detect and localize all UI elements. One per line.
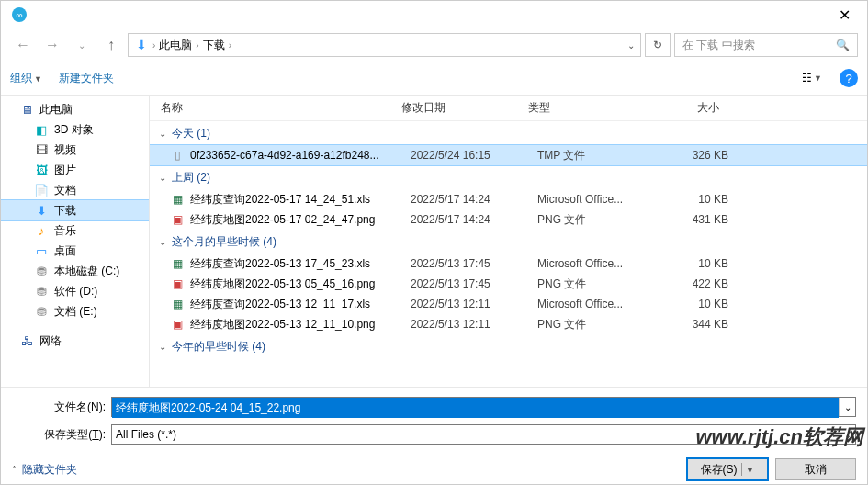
file-row[interactable]: ▦经纬度查询2022-05-13 12_11_17.xls2022/5/13 1… — [150, 294, 867, 314]
video-icon: 🎞 — [34, 142, 49, 157]
file-type: Microsoft Office... — [537, 257, 664, 270]
sidebar-item-label: 视频 — [54, 142, 76, 158]
chevron-down-icon: ⌄ — [159, 129, 166, 139]
sidebar-item-pc[interactable]: 🖥此电脑 — [1, 99, 149, 119]
col-size[interactable]: 大小 — [655, 100, 738, 116]
file-row[interactable]: ▯0f233652-c67a-4d92-a169-a12fb248...2022… — [150, 145, 867, 165]
group-header[interactable]: ⌄今年的早些时候 (4) — [150, 334, 867, 358]
file-type: PNG 文件 — [537, 276, 664, 292]
diskd-icon: ⛃ — [34, 284, 49, 299]
chevron-down-icon: ▼ — [746, 465, 755, 475]
toolbar: 组织▼ 新建文件夹 ☷ ▼ ? — [1, 62, 867, 95]
chevron-down-icon: ▼ — [814, 73, 822, 83]
close-button[interactable]: ✕ — [829, 3, 860, 28]
savetype-select[interactable]: All Files (*.*) ⌄ — [111, 424, 856, 445]
file-row[interactable]: ▣经纬度地图2022-05-17 02_24_47.png2022/5/17 1… — [150, 209, 867, 230]
file-row[interactable]: ▣经纬度地图2022-05-13 12_11_10.png2022/5/13 1… — [150, 314, 867, 334]
sidebar-item-label: 本地磁盘 (C:) — [54, 264, 119, 279]
view-mode-button[interactable]: ☷ ▼ — [792, 67, 832, 89]
file-name: 经纬度查询2022-05-13 12_11_17.xls — [190, 297, 411, 312]
sidebar-item-pic[interactable]: 🖼图片 — [1, 160, 149, 180]
sidebar-item-diskc[interactable]: ⛃本地磁盘 (C:) — [1, 261, 149, 281]
search-input[interactable]: 在 下载 中搜索 🔍 — [674, 33, 858, 57]
breadcrumb-root[interactable]: 此电脑 — [159, 38, 192, 53]
xls-file-icon: ▦ — [170, 297, 185, 311]
doc-icon: 📄 — [34, 183, 49, 197]
filename-label: 文件名(N): — [12, 400, 111, 415]
filename-input[interactable] — [112, 398, 839, 418]
chevron-down-icon: ⌄ — [844, 430, 851, 440]
sidebar-item-video[interactable]: 🎞视频 — [1, 140, 149, 160]
refresh-button[interactable]: ↻ — [645, 33, 671, 57]
chevron-down-icon: ⌄ — [159, 342, 166, 352]
savetype-value: All Files (*.*) — [116, 428, 176, 441]
3d-icon: ◧ — [34, 122, 49, 137]
file-name: 经纬度地图2022-05-13 12_11_10.png — [190, 317, 411, 333]
hide-folders-button[interactable]: ˄ 隐藏文件夹 — [12, 462, 77, 478]
file-name: 经纬度查询2022-05-17 14_24_51.xls — [190, 192, 411, 208]
xls-file-icon: ▦ — [170, 192, 185, 207]
address-dropdown-icon[interactable]: ⌄ — [627, 40, 635, 51]
address-bar[interactable]: ⬇ › 此电脑 › 下载 › ⌄ — [128, 33, 641, 57]
recent-dropdown[interactable]: ⌄ — [69, 32, 95, 58]
file-pane[interactable]: 名称 修改日期 类型 大小 ⌄今天 (1)▯0f233652-c67a-4d92… — [150, 96, 867, 387]
app-icon: ∞ — [12, 7, 27, 22]
chevron-up-icon: ˄ — [12, 465, 17, 475]
save-button[interactable]: 保存(S) ▼ — [687, 458, 768, 480]
file-name: 经纬度地图2022-05-13 05_45_16.png — [190, 276, 411, 292]
sidebar-item-net[interactable]: 🖧网络 — [1, 331, 149, 351]
music-icon: ♪ — [34, 223, 49, 238]
diske-icon: ⛃ — [34, 304, 49, 319]
sidebar-item-music[interactable]: ♪音乐 — [1, 220, 149, 241]
file-row[interactable]: ▣经纬度地图2022-05-13 05_45_16.png2022/5/13 1… — [150, 274, 867, 294]
col-name[interactable]: 名称 — [161, 100, 401, 116]
sidebar-item-diskd[interactable]: ⛃软件 (D:) — [1, 281, 149, 301]
cancel-button[interactable]: 取消 — [775, 458, 856, 480]
net-icon: 🖧 — [19, 333, 34, 348]
file-date: 2022/5/24 16:15 — [411, 149, 537, 162]
downloads-folder-icon: ⬇ — [134, 38, 149, 52]
file-date: 2022/5/13 17:45 — [411, 277, 537, 290]
chevron-down-icon: ⌄ — [159, 237, 166, 247]
file-size: 10 KB — [664, 193, 747, 206]
main-area: 🖥此电脑◧3D 对象🎞视频🖼图片📄文档⬇下载♪音乐▭桌面⛃本地磁盘 (C:)⛃软… — [1, 95, 867, 387]
sidebar-item-down[interactable]: ⬇下载 — [1, 200, 149, 220]
file-row[interactable]: ▦经纬度查询2022-05-17 14_24_51.xls2022/5/17 1… — [150, 189, 867, 209]
file-size: 10 KB — [664, 257, 747, 270]
organize-button[interactable]: 组织▼ — [10, 71, 42, 86]
file-date: 2022/5/13 12:11 — [411, 318, 537, 331]
sidebar[interactable]: 🖥此电脑◧3D 对象🎞视频🖼图片📄文档⬇下载♪音乐▭桌面⛃本地磁盘 (C:)⛃软… — [1, 96, 150, 387]
desk-icon: ▭ — [34, 243, 49, 258]
col-type[interactable]: 类型 — [528, 100, 655, 116]
search-icon: 🔍 — [836, 39, 850, 51]
group-header[interactable]: ⌄上周 (2) — [150, 165, 867, 189]
sidebar-item-label: 下载 — [54, 203, 76, 219]
savetype-label: 保存类型(T): — [12, 427, 111, 443]
sidebar-item-3d[interactable]: ◧3D 对象 — [1, 119, 149, 140]
column-headers[interactable]: 名称 修改日期 类型 大小 — [150, 96, 867, 121]
group-title: 今天 (1) — [172, 126, 210, 141]
back-button[interactable]: ← — [10, 32, 36, 58]
newfolder-button[interactable]: 新建文件夹 — [59, 71, 114, 86]
help-button[interactable]: ? — [840, 69, 858, 87]
col-date[interactable]: 修改日期 — [401, 100, 528, 116]
breadcrumb-sep-icon: › — [196, 40, 198, 51]
forward-button[interactable]: → — [39, 32, 65, 58]
group-header[interactable]: ⌄今天 (1) — [150, 121, 867, 145]
sidebar-item-doc[interactable]: 📄文档 — [1, 180, 149, 200]
titlebar: ∞ ✕ — [1, 1, 867, 28]
sidebar-item-label: 软件 (D:) — [54, 284, 97, 299]
file-row[interactable]: ▦经纬度查询2022-05-13 17_45_23.xls2022/5/13 1… — [150, 254, 867, 274]
sidebar-item-label: 音乐 — [54, 223, 76, 239]
pc-icon: 🖥 — [19, 102, 34, 117]
breadcrumb-folder[interactable]: 下载 — [203, 38, 225, 53]
sidebar-item-desk[interactable]: ▭桌面 — [1, 241, 149, 261]
filename-dropdown-icon[interactable]: ⌄ — [839, 398, 855, 416]
up-button[interactable]: ↑ — [98, 32, 124, 58]
sidebar-item-diske[interactable]: ⛃文档 (E:) — [1, 301, 149, 321]
down-icon: ⬇ — [34, 203, 49, 218]
file-type: Microsoft Office... — [537, 193, 664, 206]
group-header[interactable]: ⌄这个月的早些时候 (4) — [150, 230, 867, 254]
navbar: ← → ⌄ ↑ ⬇ › 此电脑 › 下载 › ⌄ ↻ 在 下载 中搜索 🔍 — [1, 28, 867, 62]
sidebar-item-label: 桌面 — [54, 243, 76, 259]
